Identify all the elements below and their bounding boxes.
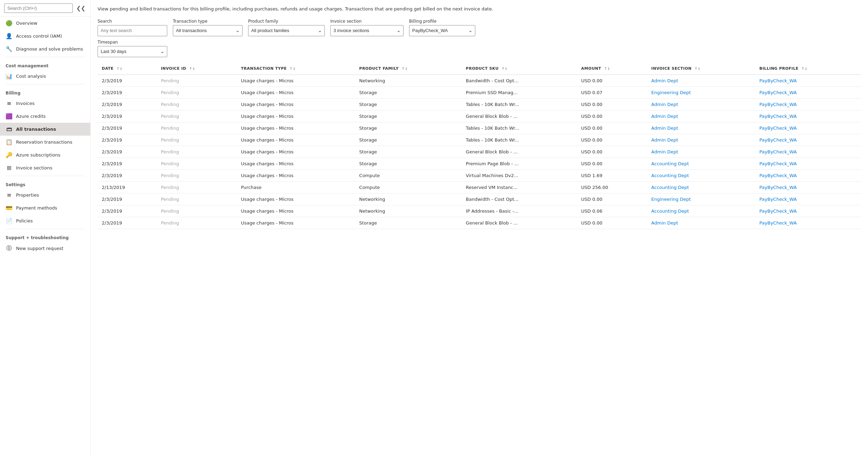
col-amount[interactable]: AMOUNT ↑↓ (577, 63, 647, 75)
table-row: 2/3/2019 Pending Usage charges - Micros … (98, 134, 861, 146)
sidebar-item-azure-credits[interactable]: 🟪 Azure credits (0, 110, 90, 123)
col-product-family[interactable]: PRODUCT FAMILY ↑↓ (355, 63, 462, 75)
cell-billing-profile-12[interactable]: PayByCheck_WA (755, 217, 861, 229)
cell-transaction-type-9: Purchase (237, 181, 355, 193)
collapse-button[interactable]: ❮❮ (76, 4, 86, 12)
cell-billing-profile-11[interactable]: PayByCheck_WA (755, 205, 861, 217)
transactions-table-container: DATE ↑↓ INVOICE ID ↑↓ TRANSACTION TYPE ↑… (98, 63, 861, 229)
cell-invoice-section-6[interactable]: Admin Dept (647, 146, 755, 158)
cell-date-7: 2/3/2019 (98, 158, 157, 169)
col-product-sku[interactable]: PRODUCT SKU ↑↓ (462, 63, 577, 75)
cell-billing-profile-8[interactable]: PayByCheck_WA (755, 169, 861, 181)
cell-product-family-9: Compute (355, 181, 462, 193)
cell-billing-profile-0[interactable]: PayByCheck_WA (755, 75, 861, 87)
cell-amount-2: USD 0.00 (577, 98, 647, 110)
cell-date-3: 2/3/2019 (98, 110, 157, 122)
sidebar: ❮❮ 🟢 Overview 👤 Access control (IAM) 🔧 D… (0, 0, 91, 456)
sidebar-item-properties[interactable]: ≡ Properties (0, 189, 90, 202)
product-family-select[interactable]: All product families Compute Networking … (248, 25, 325, 36)
cell-billing-profile-6[interactable]: PayByCheck_WA (755, 146, 861, 158)
billing-profile-select[interactable]: PayByCheck_WA (409, 25, 475, 36)
cell-invoice-section-9[interactable]: Accounting Dept (647, 181, 755, 193)
sidebar-item-payment-methods[interactable]: 💳 Payment methods (0, 202, 90, 214)
cell-invoice-section-12[interactable]: Admin Dept (647, 217, 755, 229)
sidebar-item-reservation-transactions[interactable]: 📋 Reservation transactions (0, 136, 90, 149)
sidebar-item-overview[interactable]: 🟢 Overview (0, 17, 90, 30)
cell-invoice-section-4[interactable]: Admin Dept (647, 122, 755, 134)
table-row: 2/3/2019 Pending Usage charges - Micros … (98, 98, 861, 110)
cell-billing-profile-3[interactable]: PayByCheck_WA (755, 110, 861, 122)
sidebar-item-diagnose-label: Diagnose and solve problems (16, 46, 83, 52)
cell-date-5: 2/3/2019 (98, 134, 157, 146)
cell-product-sku-11: IP Addresses - Basic -... (462, 205, 577, 217)
sidebar-item-azure-subscriptions[interactable]: 🔑 Azure subscriptions (0, 149, 90, 161)
timespan-select-wrapper: Last 30 days Last 60 days Last 90 days C… (98, 46, 167, 57)
cell-billing-profile-5[interactable]: PayByCheck_WA (755, 134, 861, 146)
cell-invoice-section-5[interactable]: Admin Dept (647, 134, 755, 146)
cell-transaction-type-10: Usage charges - Micros (237, 193, 355, 205)
cell-invoice-id-0: Pending (157, 75, 237, 87)
col-billing-profile[interactable]: BILLING PROFILE ↑↓ (755, 63, 861, 75)
cell-product-sku-3: General Block Blob - ... (462, 110, 577, 122)
cell-invoice-id-7: Pending (157, 158, 237, 169)
search-filter-input[interactable] (98, 25, 167, 36)
cell-invoice-section-10[interactable]: Engineering Dept (647, 193, 755, 205)
sidebar-item-policies[interactable]: 📄 Policies (0, 214, 90, 227)
col-invoice-section[interactable]: INVOICE SECTION ↑↓ (647, 63, 755, 75)
transaction-type-select[interactable]: All transactions Pending Billed Purchase… (173, 25, 243, 36)
sidebar-item-new-support-request[interactable]: ⓪ New support request (0, 242, 90, 255)
cell-amount-9: USD 256.00 (577, 181, 647, 193)
timespan-select[interactable]: Last 30 days Last 60 days Last 90 days C… (98, 46, 167, 57)
sidebar-item-invoices[interactable]: ≡ Invoices (0, 97, 90, 110)
cell-billing-profile-2[interactable]: PayByCheck_WA (755, 98, 861, 110)
product-family-sort-icon: ↑↓ (402, 67, 408, 70)
sidebar-item-azure-subscriptions-label: Azure subscriptions (16, 152, 60, 158)
cell-billing-profile-9[interactable]: PayByCheck_WA (755, 181, 861, 193)
sidebar-item-diagnose[interactable]: 🔧 Diagnose and solve problems (0, 43, 90, 55)
sidebar-item-invoice-sections-label: Invoice sections (16, 165, 52, 170)
filters-row-2: Timespan Last 30 days Last 60 days Last … (98, 40, 861, 57)
settings-section-label: Settings (0, 177, 90, 189)
invoices-icon: ≡ (6, 100, 13, 107)
sidebar-item-invoice-sections[interactable]: ⊞ Invoice sections (0, 161, 90, 174)
search-input[interactable] (4, 3, 73, 13)
cell-invoice-section-7[interactable]: Accounting Dept (647, 158, 755, 169)
table-row: 2/3/2019 Pending Usage charges - Micros … (98, 205, 861, 217)
cell-invoice-section-8[interactable]: Accounting Dept (647, 169, 755, 181)
invoice-section-select[interactable]: 3 invoice sections Admin Dept Engineerin… (330, 25, 404, 36)
cell-amount-0: USD 0.00 (577, 75, 647, 87)
col-date[interactable]: DATE ↑↓ (98, 63, 157, 75)
col-transaction-type[interactable]: TRANSACTION TYPE ↑↓ (237, 63, 355, 75)
cell-invoice-id-6: Pending (157, 146, 237, 158)
billing-profile-sort-icon: ↑↓ (801, 67, 808, 70)
cell-product-family-8: Compute (355, 169, 462, 181)
cell-invoice-section-1[interactable]: Engineering Dept (647, 86, 755, 98)
cell-billing-profile-4[interactable]: PayByCheck_WA (755, 122, 861, 134)
cell-invoice-section-0[interactable]: Admin Dept (647, 75, 755, 87)
cell-billing-profile-1[interactable]: PayByCheck_WA (755, 86, 861, 98)
sidebar-item-reservation-transactions-label: Reservation transactions (16, 139, 72, 145)
cell-amount-12: USD 0.00 (577, 217, 647, 229)
main-content: View pending and billed transactions for… (91, 0, 868, 456)
transaction-type-sort-icon: ↑↓ (290, 67, 296, 70)
cell-product-sku-2: Tables - 10K Batch Wr... (462, 98, 577, 110)
cell-billing-profile-10[interactable]: PayByCheck_WA (755, 193, 861, 205)
cell-amount-4: USD 0.00 (577, 122, 647, 134)
sidebar-item-access-control[interactable]: 👤 Access control (IAM) (0, 30, 90, 43)
cell-transaction-type-2: Usage charges - Micros (237, 98, 355, 110)
cell-billing-profile-7[interactable]: PayByCheck_WA (755, 158, 861, 169)
cell-invoice-section-2[interactable]: Admin Dept (647, 98, 755, 110)
filters-row-1: Search Transaction type All transactions… (98, 19, 861, 36)
cell-invoice-section-11[interactable]: Accounting Dept (647, 205, 755, 217)
all-transactions-icon: 🗃 (6, 126, 13, 132)
cell-invoice-id-2: Pending (157, 98, 237, 110)
col-invoice-id[interactable]: INVOICE ID ↑↓ (157, 63, 237, 75)
table-header: DATE ↑↓ INVOICE ID ↑↓ TRANSACTION TYPE ↑… (98, 63, 861, 75)
cell-invoice-section-3[interactable]: Admin Dept (647, 110, 755, 122)
cell-transaction-type-1: Usage charges - Micros (237, 86, 355, 98)
cell-product-family-2: Storage (355, 98, 462, 110)
sidebar-item-cost-analysis-label: Cost analysis (16, 74, 46, 79)
sidebar-item-all-transactions[interactable]: 🗃 All transactions (0, 123, 90, 136)
cell-date-11: 2/3/2019 (98, 205, 157, 217)
sidebar-item-cost-analysis[interactable]: 📊 Cost analysis (0, 70, 90, 83)
